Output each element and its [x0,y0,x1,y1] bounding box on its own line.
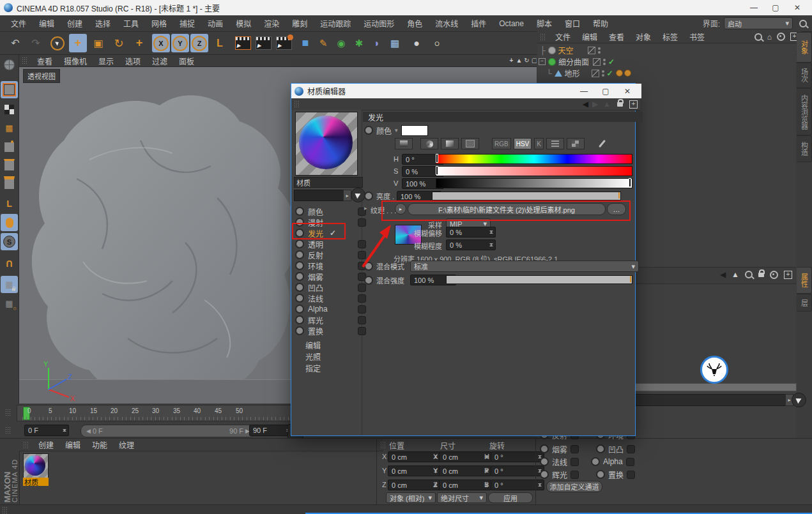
radio-icon[interactable] [364,126,373,135]
add-deformer-button[interactable]: ✱ [350,34,368,52]
end-frame-field[interactable]: 90 F [249,425,293,436]
size-z-field[interactable]: 0 cm [439,480,491,490]
dialog-maximize-button[interactable]: ▢ [595,84,617,99]
undo-button[interactable]: ↶ [6,34,24,52]
mm-menu-create[interactable]: 创建 [33,439,59,451]
interface-dropdown[interactable]: 启动▾ [724,17,793,29]
menu-motion-tracker[interactable]: 运动跟踪 [314,16,356,31]
viewport-menu-filter[interactable]: 过滤 [147,55,172,67]
toggle-label[interactable]: 烟雾 [552,444,567,455]
lock-x-button[interactable]: X [152,34,170,52]
saturation-gradient-slider[interactable] [436,166,632,176]
radio-icon[interactable] [364,276,373,285]
scale-tool-button[interactable]: ▣ [89,34,107,52]
texture-mode-button[interactable] [1,101,18,118]
visibility-dots-icon[interactable] [598,47,601,54]
add-floor-button[interactable]: ▦ [386,34,404,52]
color-wheel-icon[interactable] [420,138,438,149]
menu-file[interactable]: 文件 [5,16,32,31]
om-filter-icon[interactable] [777,33,785,41]
coordinate-system-button[interactable]: L [211,34,229,52]
search-icon[interactable] [799,20,807,27]
frame-range-slider[interactable]: ◀0 F 90 F▶ [80,425,256,437]
tab-layers[interactable]: 层 [797,294,812,312]
render-picture-viewer-button[interactable]: ▶ [254,34,272,52]
mix-mode-dropdown[interactable]: 标准▾ [410,261,639,272]
move-tool-button[interactable]: + [69,34,87,52]
channel-row-fog[interactable]: 烟雾 [295,271,365,282]
visibility-dots-icon[interactable] [603,59,606,65]
mix-strength-slider[interactable] [446,275,632,284]
pick-object-button[interactable] [792,393,806,407]
material-preview[interactable] [295,112,358,176]
history-back-icon[interactable]: ◀ [583,100,588,109]
channel-row-glow[interactable]: 辉光 [295,315,365,325]
checkbox-icon[interactable] [571,458,579,466]
panel-grip[interactable] [294,100,300,108]
panel-grip[interactable] [5,427,11,434]
blur-offset-field[interactable]: 0 % [446,227,496,238]
menu-octane[interactable]: Octane [493,17,530,30]
channel-row-luminance[interactable]: 发光✓ [295,228,365,238]
snap-s-button[interactable]: S [1,233,18,250]
tab-structure[interactable]: 构造 [797,135,812,162]
menu-character[interactable]: 角色 [401,16,428,31]
toggle-view-icon[interactable]: ▢ [531,56,537,65]
channel-row-transparency[interactable]: 透明 [295,239,365,249]
attr-search-icon[interactable] [745,271,753,278]
toggle-label[interactable]: 法线 [552,457,567,467]
pos-y-field[interactable]: 0 cm [388,465,440,476]
add-light-button[interactable]: ○ [428,34,446,52]
texture-options-button[interactable]: ▸ [395,203,406,215]
panel-grip[interactable] [540,33,546,41]
panel-grip[interactable] [23,441,29,449]
object-label[interactable]: 天空 [558,45,574,56]
magnet-snap-button[interactable]: U [1,255,18,273]
channel-row-bump[interactable]: 凹凸 [295,282,365,292]
menu-help[interactable]: 帮助 [587,16,614,31]
dialog-minimize-button[interactable]: — [573,84,595,99]
material-name-label[interactable]: 材质 [23,478,49,486]
menu-script[interactable]: 脚本 [531,16,558,31]
menu-tools[interactable]: 工具 [118,16,144,31]
section-editor[interactable]: 编辑 [305,340,321,351]
color-swatch[interactable] [401,125,428,136]
material-thumbnail[interactable] [23,453,49,479]
panel-grip[interactable] [22,57,27,64]
object-row-sds[interactable]: − 细分曲面 ✓ [539,56,615,67]
add-camera-button[interactable]: ● [408,34,425,52]
channel-row-color[interactable]: 颜色 [295,206,365,216]
radio-icon[interactable] [540,444,549,453]
checkbox-icon[interactable] [627,445,635,453]
toggle-label[interactable]: 置换 [608,469,624,480]
up-icon[interactable]: ▲ [603,100,611,109]
add-environment-button[interactable]: ◗ [368,34,386,52]
section-illumination[interactable]: 光照 [305,351,321,362]
menu-plugins[interactable]: 插件 [465,16,492,31]
render-settings-button[interactable]: ▶ [275,34,293,52]
pos-z-field[interactable]: 0 cm [388,480,440,490]
menu-window[interactable]: 窗口 [559,16,586,31]
layer-icon[interactable] [588,47,595,54]
spectrum-icon[interactable] [395,138,413,149]
attr-target-icon[interactable] [770,271,778,279]
channel-row-displacement[interactable]: 置换 [295,326,365,336]
last-tool-button[interactable]: + [130,34,148,52]
attr-add-icon[interactable]: + [784,271,792,279]
slider-marker[interactable] [629,179,631,186]
object-label[interactable]: 地形 [565,68,580,79]
viewport-menu-view[interactable]: 查看 [32,55,57,67]
checkbox-icon[interactable] [627,471,635,479]
image-icon[interactable] [461,138,479,149]
object-row-landscape[interactable]: └ 地形 ✓ [546,68,631,79]
menu-animate[interactable]: 动画 [202,16,229,31]
maximize-button[interactable]: ▢ [765,0,786,15]
om-home-icon[interactable]: ⌂ [767,33,772,42]
radio-icon[interactable] [540,470,549,479]
checkbox-icon[interactable] [571,471,579,479]
zoom-view-icon[interactable]: ▲ [516,56,523,65]
rgb-mode-button[interactable]: RGB [492,138,511,149]
panel-grip[interactable] [2,506,8,514]
radio-icon[interactable] [591,457,600,466]
workplane-mode-button[interactable]: ▦ [1,119,18,137]
